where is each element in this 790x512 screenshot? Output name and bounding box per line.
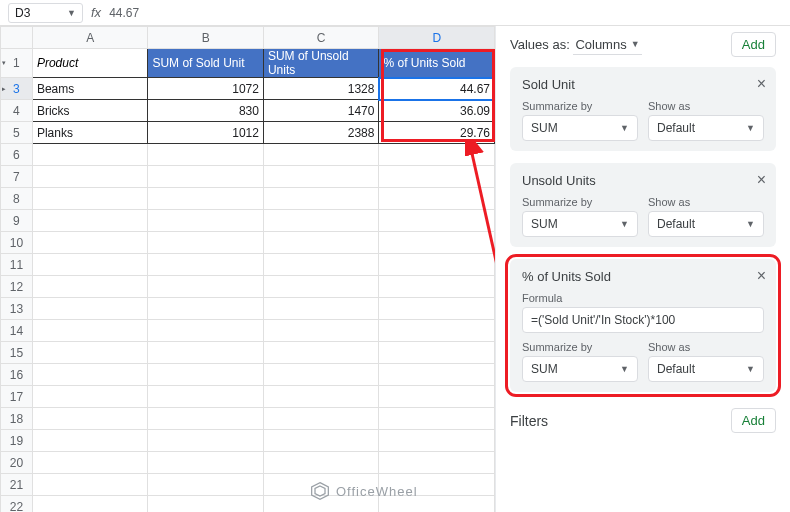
empty-cell[interactable] bbox=[263, 298, 379, 320]
table-cell[interactable]: 1470 bbox=[263, 100, 379, 122]
empty-cell[interactable] bbox=[148, 430, 263, 452]
add-values-button[interactable]: Add bbox=[731, 32, 776, 57]
empty-cell[interactable] bbox=[32, 386, 148, 408]
table-cell[interactable]: 36.09 bbox=[379, 100, 495, 122]
empty-cell[interactable] bbox=[379, 364, 495, 386]
empty-cell[interactable] bbox=[379, 210, 495, 232]
table-cell-selected[interactable]: 44.67 bbox=[379, 78, 495, 100]
empty-cell[interactable] bbox=[263, 452, 379, 474]
col-header-a[interactable]: A bbox=[32, 27, 148, 49]
empty-cell[interactable] bbox=[148, 474, 263, 496]
empty-cell[interactable] bbox=[32, 496, 148, 513]
empty-cell[interactable] bbox=[379, 276, 495, 298]
empty-cell[interactable] bbox=[379, 232, 495, 254]
table-cell[interactable]: 1012 bbox=[148, 122, 263, 144]
empty-cell[interactable] bbox=[263, 430, 379, 452]
empty-cell[interactable] bbox=[32, 452, 148, 474]
empty-cell[interactable] bbox=[379, 320, 495, 342]
empty-cell[interactable] bbox=[148, 232, 263, 254]
empty-cell[interactable] bbox=[263, 364, 379, 386]
empty-cell[interactable] bbox=[148, 210, 263, 232]
empty-cell[interactable] bbox=[379, 144, 495, 166]
table-cell[interactable]: Planks bbox=[32, 122, 148, 144]
row-header[interactable]: 12 bbox=[1, 276, 33, 298]
row-header[interactable]: 10 bbox=[1, 232, 33, 254]
empty-cell[interactable] bbox=[379, 254, 495, 276]
summarize-dropdown[interactable]: SUM▼ bbox=[522, 356, 638, 382]
spreadsheet-grid[interactable]: A B C D ▾1 Product SUM of Sold Unit SUM … bbox=[0, 26, 495, 512]
empty-cell[interactable] bbox=[148, 452, 263, 474]
col-header-b[interactable]: B bbox=[148, 27, 263, 49]
empty-cell[interactable] bbox=[32, 232, 148, 254]
empty-cell[interactable] bbox=[32, 276, 148, 298]
empty-cell[interactable] bbox=[263, 144, 379, 166]
row-header[interactable]: 20 bbox=[1, 452, 33, 474]
row-header[interactable]: 19 bbox=[1, 430, 33, 452]
row-header[interactable]: ▾1 bbox=[1, 49, 33, 78]
empty-cell[interactable] bbox=[32, 298, 148, 320]
row-header[interactable]: 16 bbox=[1, 364, 33, 386]
empty-cell[interactable] bbox=[32, 342, 148, 364]
empty-cell[interactable] bbox=[148, 166, 263, 188]
pivot-header-unsold[interactable]: SUM of Unsold Units bbox=[263, 49, 379, 78]
empty-cell[interactable] bbox=[379, 408, 495, 430]
row-header[interactable]: 11 bbox=[1, 254, 33, 276]
table-cell[interactable]: 2388 bbox=[263, 122, 379, 144]
empty-cell[interactable] bbox=[32, 210, 148, 232]
table-cell[interactable]: 1328 bbox=[263, 78, 379, 100]
empty-cell[interactable] bbox=[32, 254, 148, 276]
show-as-dropdown[interactable]: Default▼ bbox=[648, 211, 764, 237]
summarize-dropdown[interactable]: SUM▼ bbox=[522, 115, 638, 141]
empty-cell[interactable] bbox=[148, 144, 263, 166]
empty-cell[interactable] bbox=[32, 144, 148, 166]
empty-cell[interactable] bbox=[148, 386, 263, 408]
empty-cell[interactable] bbox=[379, 188, 495, 210]
row-header[interactable]: 22 bbox=[1, 496, 33, 513]
empty-cell[interactable] bbox=[379, 166, 495, 188]
formula-bar-value[interactable]: 44.67 bbox=[109, 6, 139, 20]
row-header[interactable]: ▸3 bbox=[1, 78, 33, 100]
empty-cell[interactable] bbox=[32, 188, 148, 210]
close-icon[interactable]: × bbox=[757, 171, 766, 189]
empty-cell[interactable] bbox=[263, 408, 379, 430]
values-as-dropdown[interactable]: Columns ▼ bbox=[573, 35, 641, 55]
show-as-dropdown[interactable]: Default▼ bbox=[648, 115, 764, 141]
empty-cell[interactable] bbox=[379, 342, 495, 364]
table-cell[interactable]: 1072 bbox=[148, 78, 263, 100]
pivot-header-sold[interactable]: SUM of Sold Unit bbox=[148, 49, 263, 78]
close-icon[interactable]: × bbox=[757, 267, 766, 285]
empty-cell[interactable] bbox=[32, 408, 148, 430]
empty-cell[interactable] bbox=[32, 166, 148, 188]
empty-cell[interactable] bbox=[148, 496, 263, 513]
empty-cell[interactable] bbox=[148, 320, 263, 342]
empty-cell[interactable] bbox=[379, 430, 495, 452]
empty-cell[interactable] bbox=[148, 298, 263, 320]
empty-cell[interactable] bbox=[379, 452, 495, 474]
empty-cell[interactable] bbox=[379, 386, 495, 408]
formula-input[interactable]: =('Sold Unit'/'In Stock')*100 bbox=[522, 307, 764, 333]
empty-cell[interactable] bbox=[263, 342, 379, 364]
empty-cell[interactable] bbox=[263, 386, 379, 408]
table-cell[interactable]: 29.76 bbox=[379, 122, 495, 144]
col-header-d[interactable]: D bbox=[379, 27, 495, 49]
empty-cell[interactable] bbox=[148, 342, 263, 364]
empty-cell[interactable] bbox=[32, 320, 148, 342]
empty-cell[interactable] bbox=[379, 298, 495, 320]
cell-reference-box[interactable]: D3 ▼ bbox=[8, 3, 83, 23]
empty-cell[interactable] bbox=[32, 430, 148, 452]
row-header[interactable]: 9 bbox=[1, 210, 33, 232]
table-cell[interactable]: Beams bbox=[32, 78, 148, 100]
empty-cell[interactable] bbox=[263, 188, 379, 210]
row-header[interactable]: 15 bbox=[1, 342, 33, 364]
row-header[interactable]: 8 bbox=[1, 188, 33, 210]
show-as-dropdown[interactable]: Default▼ bbox=[648, 356, 764, 382]
row-header[interactable]: 18 bbox=[1, 408, 33, 430]
row-header[interactable]: 4 bbox=[1, 100, 33, 122]
select-all-corner[interactable] bbox=[1, 27, 33, 49]
row-header[interactable]: 5 bbox=[1, 122, 33, 144]
table-cell[interactable]: Bricks bbox=[32, 100, 148, 122]
empty-cell[interactable] bbox=[263, 232, 379, 254]
empty-cell[interactable] bbox=[148, 364, 263, 386]
row-header[interactable]: 13 bbox=[1, 298, 33, 320]
row-header[interactable]: 21 bbox=[1, 474, 33, 496]
